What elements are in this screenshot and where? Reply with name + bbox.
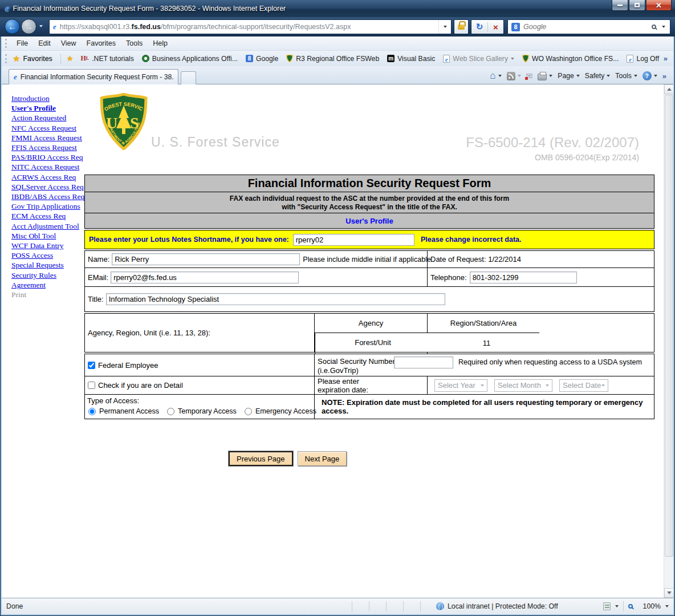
sidebar-item-acct-adjustment[interactable]: Acct Adjustment Tool bbox=[11, 221, 88, 231]
help-button[interactable]: ? bbox=[643, 71, 657, 80]
tab-active[interactable]: e Financial Information Security Request… bbox=[9, 69, 178, 84]
ie-page-icon: e bbox=[627, 55, 633, 63]
email-row: EMail: Telephone: bbox=[84, 268, 654, 287]
sidebar-item-nfc-access[interactable]: NFC Access Request bbox=[11, 123, 88, 133]
chevron-down-icon[interactable] bbox=[665, 605, 669, 607]
previous-page-button[interactable]: Previous Page bbox=[229, 451, 293, 466]
search-icon[interactable] bbox=[652, 25, 656, 29]
sidebar-item-wcf-data-entry[interactable]: WCF Data Entry bbox=[11, 241, 88, 250]
safety-menu[interactable]: Safety bbox=[585, 72, 611, 80]
federal-employee-checkbox[interactable] bbox=[88, 362, 95, 369]
federal-employee-row: Federal Employee Social Security Number:… bbox=[84, 354, 654, 376]
security-lock-button[interactable] bbox=[454, 19, 469, 34]
scrollbar-thumb[interactable] bbox=[665, 95, 673, 557]
home-button[interactable]: ⌂ bbox=[490, 70, 501, 82]
sidebar-item-nitc-access[interactable]: NITC Access Request bbox=[11, 162, 88, 172]
ssn-input[interactable] bbox=[394, 356, 453, 368]
search-box[interactable]: 8 bbox=[507, 19, 670, 34]
overflow-chevron-icon[interactable]: » bbox=[662, 72, 666, 80]
date-select[interactable]: Select Date bbox=[559, 379, 608, 392]
sidebar-item-ecm-access[interactable]: ECM Access Req bbox=[11, 211, 88, 221]
fav-item-wo-washington-office[interactable]: WO Washington Office FS... bbox=[518, 55, 623, 63]
month-select[interactable]: Select Month bbox=[494, 379, 552, 392]
close-button[interactable]: ✕ bbox=[646, 0, 672, 11]
email-input[interactable] bbox=[111, 271, 299, 283]
fav-item-google[interactable]: 8 Google bbox=[242, 55, 282, 63]
overflow-chevron-icon[interactable]: » bbox=[664, 54, 668, 63]
tools-menu[interactable]: Tools bbox=[615, 72, 637, 80]
scroll-down-button[interactable] bbox=[664, 588, 673, 598]
privacy-report-icon[interactable] bbox=[603, 602, 611, 610]
ie-logo-icon: e bbox=[5, 3, 10, 14]
telephone-input[interactable] bbox=[470, 271, 577, 283]
fav-item-r3-regional-office[interactable]: R3 Regional Office FSWeb bbox=[282, 55, 383, 63]
sidebar-item-sqlserver-access[interactable]: SQLServer Access Req bbox=[11, 182, 88, 192]
address-bar[interactable]: e https://sxabqsql001.r3.fs.fed.us/bfm/p… bbox=[49, 19, 452, 34]
minimize-icon bbox=[617, 5, 623, 6]
lock-icon bbox=[458, 25, 465, 30]
stop-button[interactable]: × bbox=[487, 22, 503, 32]
fav-item-log-off[interactable]: e Log Off bbox=[623, 55, 663, 63]
fav-item-net-tutorials[interactable]: HL .NET tutorials bbox=[77, 54, 138, 63]
address-dropdown-icon[interactable] bbox=[438, 20, 451, 34]
permanent-access-radio[interactable] bbox=[88, 408, 96, 415]
tab-bar: e Financial Information Security Request… bbox=[2, 66, 673, 84]
sidebar-item-agreement[interactable]: Agreement bbox=[11, 280, 88, 290]
chevron-down-icon[interactable] bbox=[615, 605, 619, 607]
history-dropdown-icon[interactable] bbox=[39, 25, 43, 27]
separator bbox=[60, 54, 61, 64]
emergency-access-radio[interactable] bbox=[245, 408, 252, 415]
sidebar-item-ffis-access[interactable]: FFIS Access Request bbox=[11, 143, 88, 152]
menu-item-file[interactable]: File bbox=[11, 38, 33, 48]
sidebar-item-poss-access[interactable]: POSS Access bbox=[11, 250, 88, 260]
sidebar-item-acrws-access[interactable]: ACRWS Access Req bbox=[11, 172, 88, 182]
vertical-scrollbar[interactable] bbox=[664, 84, 673, 598]
sidebar-item-action-requested[interactable]: Action Requested bbox=[11, 113, 88, 123]
sidebar-item-pas-brio-access[interactable]: PAS/BRIO Access Req bbox=[11, 152, 88, 162]
on-detail-checkbox[interactable] bbox=[88, 382, 95, 389]
back-button[interactable]: ← bbox=[5, 19, 20, 34]
sidebar-item-ibdb-abs-access[interactable]: IBDB/ABS Access Req bbox=[11, 192, 88, 201]
email-label: EMail: bbox=[88, 273, 108, 282]
next-page-button[interactable]: Next Page bbox=[298, 451, 347, 466]
forest-header: Forest/Unit bbox=[315, 333, 430, 352]
print-button[interactable] bbox=[538, 72, 552, 80]
forward-button[interactable]: → bbox=[21, 19, 36, 34]
fav-item-visual-basic[interactable]: m Visual Basic bbox=[383, 55, 439, 63]
refresh-button[interactable]: ↻ bbox=[471, 22, 487, 32]
sidebar-item-users-profile[interactable]: User's Profile bbox=[11, 103, 88, 113]
feeds-button[interactable] bbox=[507, 72, 521, 80]
read-mail-icon[interactable]: ✉ bbox=[526, 71, 533, 80]
sidebar-item-introduction[interactable]: Introduction bbox=[11, 94, 88, 103]
search-dropdown-icon[interactable] bbox=[662, 26, 665, 28]
menu-item-tools[interactable]: Tools bbox=[121, 38, 148, 48]
search-input[interactable] bbox=[523, 23, 652, 31]
fs-shield-icon bbox=[286, 55, 293, 62]
zoom-icon[interactable] bbox=[628, 604, 633, 609]
menu-item-view[interactable]: View bbox=[56, 38, 82, 48]
favorites-button[interactable]: ★ Favorites bbox=[11, 54, 58, 64]
menu-item-favorites[interactable]: Favorites bbox=[82, 38, 121, 48]
minimize-button[interactable] bbox=[612, 0, 628, 11]
fav-item-web-slice-gallery[interactable]: e Web Slice Gallery bbox=[439, 55, 518, 63]
page-menu[interactable]: Page bbox=[558, 72, 579, 80]
sidebar-item-fmmi-access[interactable]: FMMI Access Request bbox=[11, 133, 88, 143]
menu-item-help[interactable]: Help bbox=[148, 38, 173, 48]
new-tab-stub[interactable] bbox=[181, 71, 196, 84]
jobtitle-input[interactable] bbox=[106, 293, 445, 305]
year-select[interactable]: Select Year bbox=[434, 379, 487, 392]
page-content: Introduction User's Profile Action Reque… bbox=[2, 84, 673, 598]
sidebar-item-gov-trip[interactable]: Gov Trip Applications bbox=[11, 201, 88, 211]
temporary-access-radio[interactable] bbox=[167, 408, 174, 415]
scroll-up-button[interactable] bbox=[664, 84, 673, 94]
name-input[interactable] bbox=[112, 253, 300, 265]
shortname-input[interactable] bbox=[293, 234, 414, 246]
sidebar-item-security-rules[interactable]: Security Rules bbox=[11, 270, 88, 280]
fav-item-business-applications[interactable]: Business Applications Offi... bbox=[138, 55, 242, 63]
sidebar-item-misc-obl[interactable]: Misc Obl Tool bbox=[11, 231, 88, 241]
url-text[interactable]: https://sxabqsql001.r3.fs.fed.us/bfm/pro… bbox=[60, 23, 438, 31]
add-to-favorites-icon[interactable]: ★ bbox=[67, 54, 74, 63]
menu-item-edit[interactable]: Edit bbox=[33, 38, 56, 48]
restore-button[interactable] bbox=[629, 0, 645, 11]
sidebar-item-special-requests[interactable]: Special Requests bbox=[11, 260, 88, 270]
